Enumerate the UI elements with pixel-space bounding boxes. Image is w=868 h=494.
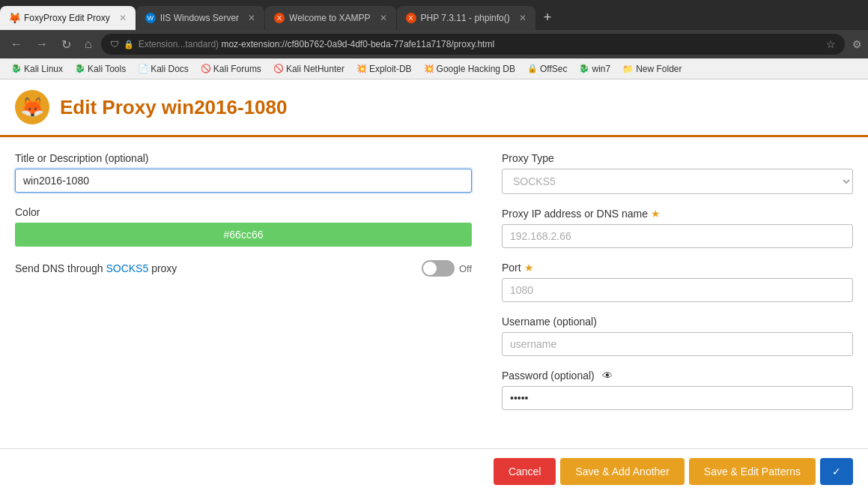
new-folder-icon: 📁 xyxy=(622,64,634,74)
password-input[interactable] xyxy=(502,386,853,410)
color-label: Color xyxy=(15,206,472,218)
proxy-ip-required-star: ★ xyxy=(651,208,661,220)
bookmark-kali-forums[interactable]: 🚫 Kali Forums xyxy=(195,62,267,76)
save-button[interactable]: ✓ xyxy=(820,458,853,485)
bookmark-win7[interactable]: 🐉 win7 xyxy=(574,62,616,76)
title-input[interactable] xyxy=(15,169,472,193)
nav-bar: ← → ↻ ⌂ 🛡 🔒 Extension...tandard) moz-ext… xyxy=(0,30,868,58)
dns-toggle[interactable] xyxy=(422,260,455,277)
port-label-text: Port xyxy=(502,262,521,274)
page-title: Edit Proxy win2016-1080 xyxy=(60,96,287,119)
kali-docs-icon: 📄 xyxy=(138,64,148,73)
tab-xampp-label: Welcome to XAMPP xyxy=(289,13,370,23)
kali-forums-icon: 🚫 xyxy=(201,64,211,73)
logo-emoji: 🦊 xyxy=(20,96,44,119)
save-add-button[interactable]: Save & Add Another xyxy=(560,458,684,485)
toggle-knob xyxy=(423,262,437,275)
port-required-star: ★ xyxy=(524,262,534,274)
forward-button[interactable]: → xyxy=(31,36,52,52)
php-favicon: X xyxy=(406,13,416,23)
color-field-group: Color #66cc66 xyxy=(15,206,472,247)
home-button[interactable]: ⌂ xyxy=(80,36,97,52)
dns-toggle-wrap: Off xyxy=(422,260,472,277)
password-label: Password (optional) 👁 xyxy=(502,370,853,382)
win7-icon: 🐉 xyxy=(579,64,589,73)
tab-xampp-close[interactable]: ✕ xyxy=(380,13,387,23)
port-label: Port ★ xyxy=(502,262,853,274)
dns-label: Send DNS through SOCKS5 proxy xyxy=(15,262,177,274)
form-area: Title or Description (optional) Color #6… xyxy=(0,137,868,439)
footer-bar: Cancel Save & Add Another Save & Edit Pa… xyxy=(0,448,868,494)
username-field-group: Username (optional) xyxy=(502,316,853,356)
proxy-type-select[interactable]: SOCKS5 SOCKS4 HTTP HTTPS xyxy=(502,169,853,194)
tab-xampp[interactable]: X Welcome to XAMPP ✕ xyxy=(265,6,395,30)
bookmark-kali-tools[interactable]: 🐉 Kali Tools xyxy=(70,62,131,76)
bookmark-exploit-db[interactable]: 💥 Exploit-DB xyxy=(351,62,417,76)
port-field-group: Port ★ xyxy=(502,262,853,302)
dns-label-text: Send DNS through xyxy=(15,262,103,274)
iis-favicon: W xyxy=(145,13,156,23)
tab-php[interactable]: X PHP 7.3.11 - phpinfo() ✕ xyxy=(397,6,535,30)
xampp-favicon: X xyxy=(274,13,285,23)
tab-foxyproxy-label: FoxyProxy Edit Proxy xyxy=(24,13,110,23)
proxy-ip-input[interactable] xyxy=(502,224,853,248)
kali-tools-icon: 🐉 xyxy=(75,64,85,73)
tab-iis-close[interactable]: ✕ xyxy=(248,13,255,23)
save-edit-button[interactable]: Save & Edit Patterns xyxy=(689,458,816,485)
tab-foxyproxy[interactable]: 🦊 FoxyProxy Edit Proxy ✕ xyxy=(0,6,136,30)
address-text: Extension...tandard) moz-extension://cf8… xyxy=(139,39,822,49)
color-picker-button[interactable]: #66cc66 xyxy=(15,223,472,247)
bookmark-kali-docs-label: Kali Docs xyxy=(151,64,189,74)
bookmark-kali-docs[interactable]: 📄 Kali Docs xyxy=(133,62,194,76)
page-header: 🦊 Edit Proxy win2016-1080 xyxy=(0,79,868,137)
kali-nethunter-icon: 🚫 xyxy=(273,64,284,73)
dns-label-suffix: proxy xyxy=(151,262,177,274)
bookmark-new-folder[interactable]: 📁 New Folder xyxy=(617,62,687,76)
dns-row: Send DNS through SOCKS5 proxy Off xyxy=(15,260,472,277)
bookmark-kali-linux[interactable]: 🐉 Kali Linux xyxy=(6,62,68,76)
reload-button[interactable]: ↻ xyxy=(57,36,76,53)
bookmarks-bar: 🐉 Kali Linux 🐉 Kali Tools 📄 Kali Docs 🚫 … xyxy=(0,58,868,79)
bookmark-offsec[interactable]: 🔒 OffSec xyxy=(522,62,572,76)
bookmark-google-hacking-label: Google Hacking DB xyxy=(437,64,515,74)
exploit-db-icon: 💥 xyxy=(356,64,367,73)
bookmark-offsec-label: OffSec xyxy=(540,64,567,74)
extensions-icon[interactable]: ⚙ xyxy=(852,38,862,50)
bookmark-kali-nethunter-label: Kali NetHunter xyxy=(286,64,345,74)
bookmark-star-icon[interactable]: ☆ xyxy=(826,38,836,50)
tab-iis[interactable]: W IIS Windows Server ✕ xyxy=(136,6,264,30)
browser-chrome: 🦊 FoxyProxy Edit Proxy ✕ W IIS Windows S… xyxy=(0,0,868,79)
show-password-icon[interactable]: 👁 xyxy=(602,370,613,382)
bookmark-kali-linux-label: Kali Linux xyxy=(24,64,63,74)
tab-bar: 🦊 FoxyProxy Edit Proxy ✕ W IIS Windows S… xyxy=(0,0,868,30)
address-full: moz-extension://cf80b762-0a9d-4df0-beda-… xyxy=(221,39,494,49)
tab-php-label: PHP 7.3.11 - phpinfo() xyxy=(421,13,510,23)
google-hacking-icon: 💥 xyxy=(424,64,434,73)
cancel-button[interactable]: Cancel xyxy=(494,458,556,485)
username-label: Username (optional) xyxy=(502,316,853,328)
address-dim: Extension...tandard) xyxy=(139,39,219,49)
kali-linux-icon: 🐉 xyxy=(11,64,22,73)
tab-php-close[interactable]: ✕ xyxy=(519,13,526,23)
foxyproxy-logo: 🦊 xyxy=(15,90,49,124)
title-label: Title or Description (optional) xyxy=(15,152,472,164)
address-bar[interactable]: 🛡 🔒 Extension...tandard) moz-extension:/… xyxy=(101,34,845,55)
toggle-label: Off xyxy=(459,263,472,274)
username-input[interactable] xyxy=(502,332,853,356)
bookmark-kali-tools-label: Kali Tools xyxy=(88,64,126,74)
page-content: 🦊 Edit Proxy win2016-1080 Title or Descr… xyxy=(0,79,868,454)
back-button[interactable]: ← xyxy=(6,36,27,52)
bookmark-kali-nethunter[interactable]: 🚫 Kali NetHunter xyxy=(268,62,350,76)
dns-socks5-link[interactable]: SOCKS5 xyxy=(106,262,148,274)
form-left: Title or Description (optional) Color #6… xyxy=(15,152,472,424)
proxy-ip-label-text: Proxy IP address or DNS name xyxy=(502,208,648,220)
tab-iis-label: IIS Windows Server xyxy=(160,13,239,23)
bookmark-new-folder-label: New Folder xyxy=(636,64,682,74)
bookmark-exploit-db-label: Exploit-DB xyxy=(369,64,412,74)
tab-foxyproxy-close[interactable]: ✕ xyxy=(119,13,127,23)
proxy-type-field-group: Proxy Type SOCKS5 SOCKS4 HTTP HTTPS xyxy=(502,152,853,194)
bookmark-google-hacking[interactable]: 💥 Google Hacking DB xyxy=(419,62,521,76)
port-input[interactable] xyxy=(502,278,853,302)
new-tab-button[interactable]: + xyxy=(536,10,559,25)
bookmark-win7-label: win7 xyxy=(592,64,610,74)
